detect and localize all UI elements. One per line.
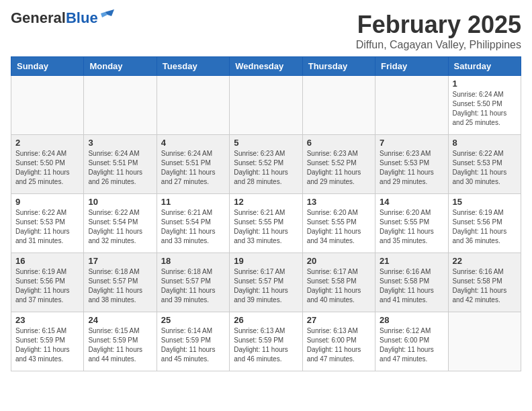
day-number: 18 (161, 256, 225, 266)
calendar-day-cell: 23Sunrise: 6:15 AM Sunset: 5:59 PM Dayli… (11, 312, 84, 371)
day-info: Sunrise: 6:24 AM Sunset: 5:51 PM Dayligh… (88, 149, 152, 187)
day-number: 1 (453, 79, 517, 89)
day-number: 28 (380, 315, 443, 325)
day-number: 6 (307, 138, 371, 148)
day-info: Sunrise: 6:22 AM Sunset: 5:53 PM Dayligh… (15, 208, 79, 246)
logo-bird-icon (99, 9, 114, 24)
day-number: 4 (161, 138, 225, 148)
day-info: Sunrise: 6:22 AM Sunset: 5:53 PM Dayligh… (453, 149, 517, 187)
day-info: Sunrise: 6:21 AM Sunset: 5:55 PM Dayligh… (234, 208, 298, 246)
weekday-header-saturday: Saturday (448, 57, 521, 76)
day-number: 20 (307, 256, 371, 266)
day-number: 27 (307, 315, 371, 325)
day-number: 19 (234, 256, 298, 266)
day-number: 12 (234, 197, 298, 207)
page-header: GeneralBlue February 2025 Diffun, Cagaya… (11, 11, 521, 51)
day-number: 23 (15, 315, 79, 325)
calendar-day-cell: 18Sunrise: 6:18 AM Sunset: 5:57 PM Dayli… (157, 253, 229, 312)
calendar-day-cell: 20Sunrise: 6:17 AM Sunset: 5:58 PM Dayli… (302, 253, 375, 312)
calendar-day-cell (230, 76, 302, 135)
day-number: 15 (453, 197, 517, 207)
calendar-day-cell: 4Sunrise: 6:24 AM Sunset: 5:51 PM Daylig… (157, 135, 229, 194)
calendar-day-cell: 2Sunrise: 6:24 AM Sunset: 5:50 PM Daylig… (11, 135, 84, 194)
calendar-day-cell: 25Sunrise: 6:14 AM Sunset: 5:59 PM Dayli… (157, 312, 229, 371)
day-number: 24 (88, 315, 152, 325)
day-info: Sunrise: 6:16 AM Sunset: 5:58 PM Dayligh… (380, 267, 443, 305)
calendar-day-cell (157, 76, 229, 135)
day-number: 5 (234, 138, 298, 148)
day-number: 26 (234, 315, 298, 325)
calendar-day-cell (302, 76, 375, 135)
calendar-day-cell: 17Sunrise: 6:18 AM Sunset: 5:57 PM Dayli… (84, 253, 157, 312)
calendar-day-cell: 11Sunrise: 6:21 AM Sunset: 5:54 PM Dayli… (157, 194, 229, 253)
calendar-week-row: 2Sunrise: 6:24 AM Sunset: 5:50 PM Daylig… (11, 135, 521, 194)
calendar-day-cell: 7Sunrise: 6:23 AM Sunset: 5:53 PM Daylig… (375, 135, 448, 194)
calendar-day-cell: 27Sunrise: 6:13 AM Sunset: 6:00 PM Dayli… (302, 312, 375, 371)
calendar-day-cell: 24Sunrise: 6:15 AM Sunset: 5:59 PM Dayli… (84, 312, 157, 371)
calendar-week-row: 9Sunrise: 6:22 AM Sunset: 5:53 PM Daylig… (11, 194, 521, 253)
calendar-day-cell: 5Sunrise: 6:23 AM Sunset: 5:52 PM Daylig… (230, 135, 302, 194)
day-number: 14 (380, 197, 443, 207)
day-info: Sunrise: 6:15 AM Sunset: 5:59 PM Dayligh… (88, 326, 152, 364)
location-subtitle: Diffun, Cagayan Valley, Philippines (356, 39, 521, 51)
calendar-day-cell: 21Sunrise: 6:16 AM Sunset: 5:58 PM Dayli… (375, 253, 448, 312)
weekday-header-monday: Monday (84, 57, 157, 76)
day-number: 3 (88, 138, 152, 148)
calendar-week-row: 23Sunrise: 6:15 AM Sunset: 5:59 PM Dayli… (11, 312, 521, 371)
day-info: Sunrise: 6:13 AM Sunset: 5:59 PM Dayligh… (234, 326, 298, 364)
day-number: 22 (453, 256, 517, 266)
calendar-day-cell: 13Sunrise: 6:20 AM Sunset: 5:55 PM Dayli… (302, 194, 375, 253)
day-number: 11 (161, 197, 225, 207)
weekday-header-friday: Friday (375, 57, 448, 76)
day-info: Sunrise: 6:13 AM Sunset: 6:00 PM Dayligh… (307, 326, 371, 364)
day-info: Sunrise: 6:20 AM Sunset: 5:55 PM Dayligh… (380, 208, 443, 246)
calendar-day-cell (375, 76, 448, 135)
day-info: Sunrise: 6:15 AM Sunset: 5:59 PM Dayligh… (15, 326, 79, 364)
day-number: 25 (161, 315, 225, 325)
day-info: Sunrise: 6:23 AM Sunset: 5:52 PM Dayligh… (307, 149, 371, 187)
calendar-day-cell: 3Sunrise: 6:24 AM Sunset: 5:51 PM Daylig… (84, 135, 157, 194)
calendar-day-cell: 19Sunrise: 6:17 AM Sunset: 5:57 PM Dayli… (230, 253, 302, 312)
calendar-day-cell (84, 76, 157, 135)
day-number: 17 (88, 256, 152, 266)
day-info: Sunrise: 6:21 AM Sunset: 5:54 PM Dayligh… (161, 208, 225, 246)
day-info: Sunrise: 6:19 AM Sunset: 5:56 PM Dayligh… (15, 267, 79, 305)
calendar-day-cell (11, 76, 84, 135)
day-number: 10 (88, 197, 152, 207)
calendar-day-cell: 15Sunrise: 6:19 AM Sunset: 5:56 PM Dayli… (448, 194, 521, 253)
day-number: 8 (453, 138, 517, 148)
calendar-table: SundayMondayTuesdayWednesdayThursdayFrid… (11, 56, 521, 371)
day-number: 7 (380, 138, 443, 148)
calendar-day-cell: 28Sunrise: 6:12 AM Sunset: 6:00 PM Dayli… (375, 312, 448, 371)
day-number: 16 (15, 256, 79, 266)
day-info: Sunrise: 6:17 AM Sunset: 5:58 PM Dayligh… (307, 267, 371, 305)
day-info: Sunrise: 6:24 AM Sunset: 5:50 PM Dayligh… (453, 90, 517, 128)
day-info: Sunrise: 6:14 AM Sunset: 5:59 PM Dayligh… (161, 326, 225, 364)
day-info: Sunrise: 6:22 AM Sunset: 5:54 PM Dayligh… (88, 208, 152, 246)
day-info: Sunrise: 6:19 AM Sunset: 5:56 PM Dayligh… (453, 208, 517, 246)
weekday-header-row: SundayMondayTuesdayWednesdayThursdayFrid… (11, 57, 521, 76)
day-number: 21 (380, 256, 443, 266)
logo-general: General (11, 9, 66, 26)
weekday-header-thursday: Thursday (302, 57, 375, 76)
day-info: Sunrise: 6:24 AM Sunset: 5:50 PM Dayligh… (15, 149, 79, 187)
calendar-week-row: 16Sunrise: 6:19 AM Sunset: 5:56 PM Dayli… (11, 253, 521, 312)
calendar-day-cell: 8Sunrise: 6:22 AM Sunset: 5:53 PM Daylig… (448, 135, 521, 194)
calendar-day-cell: 6Sunrise: 6:23 AM Sunset: 5:52 PM Daylig… (302, 135, 375, 194)
day-number: 2 (15, 138, 79, 148)
weekday-header-sunday: Sunday (11, 57, 84, 76)
weekday-header-tuesday: Tuesday (157, 57, 229, 76)
day-info: Sunrise: 6:18 AM Sunset: 5:57 PM Dayligh… (161, 267, 225, 305)
day-info: Sunrise: 6:16 AM Sunset: 5:58 PM Dayligh… (453, 267, 517, 305)
day-info: Sunrise: 6:17 AM Sunset: 5:57 PM Dayligh… (234, 267, 298, 305)
day-number: 13 (307, 197, 371, 207)
calendar-day-cell: 10Sunrise: 6:22 AM Sunset: 5:54 PM Dayli… (84, 194, 157, 253)
day-info: Sunrise: 6:23 AM Sunset: 5:52 PM Dayligh… (234, 149, 298, 187)
logo: GeneralBlue (11, 11, 114, 26)
calendar-day-cell: 12Sunrise: 6:21 AM Sunset: 5:55 PM Dayli… (230, 194, 302, 253)
weekday-header-wednesday: Wednesday (230, 57, 302, 76)
month-year-title: February 2025 (356, 11, 521, 39)
calendar-day-cell: 16Sunrise: 6:19 AM Sunset: 5:56 PM Dayli… (11, 253, 84, 312)
calendar-day-cell: 1Sunrise: 6:24 AM Sunset: 5:50 PM Daylig… (448, 76, 521, 135)
day-info: Sunrise: 6:12 AM Sunset: 6:00 PM Dayligh… (380, 326, 443, 364)
